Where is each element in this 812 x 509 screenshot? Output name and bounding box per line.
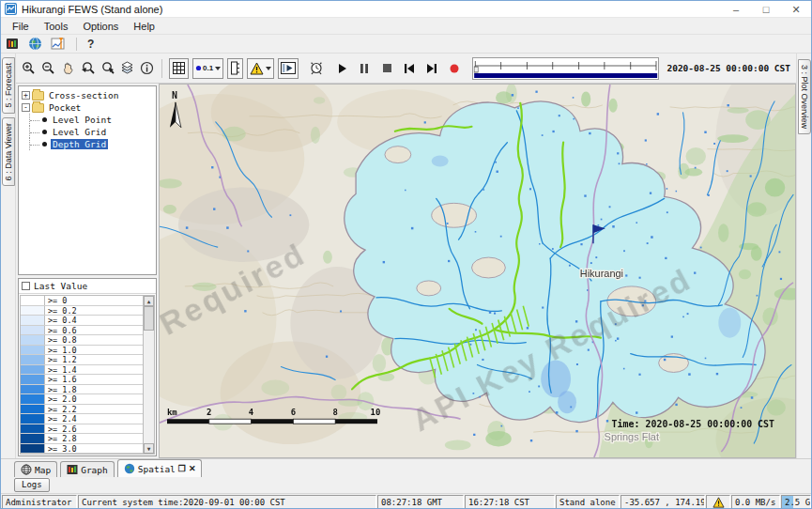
legend-row[interactable]: >= 1.8 bbox=[21, 385, 143, 395]
scroll-up-icon[interactable]: ▲ bbox=[144, 296, 154, 306]
legend-label: >= 1.6 bbox=[45, 375, 77, 384]
layers-icon[interactable] bbox=[118, 59, 136, 78]
scroll-down-icon[interactable]: ▼ bbox=[144, 443, 154, 454]
zoom-previous-icon[interactable] bbox=[79, 59, 97, 78]
legend-row[interactable]: >= 0.8 bbox=[21, 335, 143, 346]
svg-text:km: km bbox=[167, 408, 177, 417]
skip-to-end-button[interactable] bbox=[424, 61, 439, 76]
menu-options[interactable]: Options bbox=[75, 21, 126, 32]
legend-row[interactable]: >= 0.4 bbox=[21, 316, 143, 326]
legend-row[interactable]: >= 0.2 bbox=[21, 306, 143, 316]
legend-row[interactable]: >= 2.2 bbox=[21, 405, 143, 415]
timeseries-chart-icon[interactable] bbox=[51, 37, 66, 51]
legend-swatch bbox=[21, 385, 45, 394]
legend-swatch bbox=[21, 424, 45, 434]
tree-node-cross-section[interactable]: + Cross-section bbox=[22, 89, 156, 101]
legend-row[interactable]: >= 1.2 bbox=[21, 355, 143, 365]
info-icon[interactable] bbox=[138, 59, 156, 78]
pan-hand-icon[interactable] bbox=[59, 59, 77, 78]
legend-row[interactable]: >= 2.0 bbox=[21, 394, 143, 405]
database-icon[interactable] bbox=[6, 37, 20, 51]
menu-file[interactable]: File bbox=[5, 21, 37, 32]
legend-swatch bbox=[21, 414, 45, 424]
grid-display-button[interactable] bbox=[169, 58, 189, 79]
legend-row[interactable]: >= 2.6 bbox=[21, 424, 143, 435]
legend-swatch bbox=[21, 306, 45, 316]
folder-icon bbox=[32, 103, 44, 113]
wireframe-globe-icon bbox=[21, 464, 32, 475]
panel-tab-bar: Map Graph Spatial ❐ ✕ bbox=[1, 458, 811, 477]
legend-row[interactable]: >= 2.8 bbox=[21, 434, 143, 444]
globe-icon[interactable] bbox=[28, 37, 42, 51]
animation-window-button[interactable] bbox=[278, 58, 299, 79]
contour-value: 0.1 bbox=[203, 64, 213, 72]
app-window: Hikurangi FEWS (Stand alone) – □ ✕ File … bbox=[0, 0, 812, 509]
zoom-out-icon[interactable] bbox=[39, 59, 57, 78]
menu-tools[interactable]: Tools bbox=[37, 21, 76, 32]
legend-row[interactable]: >= 0.6 bbox=[21, 326, 143, 336]
svg-text:10: 10 bbox=[371, 408, 381, 417]
tree-node-pocket[interactable]: - Pocket bbox=[22, 101, 156, 114]
status-user: Administrator bbox=[2, 495, 77, 509]
map-toolbar: 0.1 bbox=[16, 54, 796, 84]
status-warning-icon[interactable] bbox=[706, 495, 730, 509]
bullet-icon bbox=[42, 117, 47, 122]
minimize-button[interactable]: – bbox=[721, 1, 751, 17]
close-button[interactable]: ✕ bbox=[781, 1, 811, 17]
legend-row[interactable]: >= 1.6 bbox=[21, 375, 143, 385]
last-value-checkbox[interactable] bbox=[22, 282, 30, 290]
pause-button[interactable] bbox=[357, 61, 372, 76]
profile-ruler-button[interactable] bbox=[227, 58, 243, 79]
time-slider-handle[interactable] bbox=[474, 67, 478, 72]
timer-clock-icon[interactable] bbox=[307, 59, 325, 78]
legend-row[interactable]: >= 3.0 bbox=[21, 444, 143, 455]
toolbar-separator bbox=[161, 59, 162, 78]
status-mode: Stand alone bbox=[556, 495, 620, 509]
expander-icon[interactable]: - bbox=[22, 103, 30, 112]
maximize-button[interactable]: □ bbox=[751, 1, 781, 17]
time-slider[interactable] bbox=[472, 57, 659, 80]
logs-button[interactable]: Logs bbox=[14, 478, 50, 492]
status-bar: Administrator Current system time:2020-0… bbox=[1, 494, 811, 509]
legend-row[interactable]: >= 0 bbox=[21, 296, 143, 306]
map-canvas[interactable]: API Key Required API Key Required Hikura… bbox=[159, 84, 796, 458]
tab-plot-overview[interactable]: 3 : Plot Overview bbox=[798, 59, 811, 134]
tab-spatial[interactable]: Spatial ❐ ✕ bbox=[117, 459, 203, 477]
legend-swatch bbox=[21, 296, 45, 305]
zoom-in-icon[interactable] bbox=[20, 59, 38, 78]
legend-row[interactable]: >= 2.4 bbox=[21, 414, 143, 424]
tab-graph[interactable]: Graph bbox=[60, 461, 115, 477]
tree-node-level-grid[interactable]: Level Grid bbox=[22, 126, 156, 138]
help-button[interactable]: ? bbox=[87, 38, 94, 51]
skip-to-start-button[interactable] bbox=[402, 61, 417, 76]
tree-node-level-point[interactable]: Level Point bbox=[22, 114, 156, 126]
legend-label: >= 2.4 bbox=[45, 414, 77, 424]
main-toolbar: ? bbox=[1, 35, 811, 54]
legend-row[interactable]: >= 1.0 bbox=[21, 346, 143, 356]
expander-icon[interactable]: + bbox=[22, 91, 30, 100]
tab-close-icon[interactable]: ✕ bbox=[189, 464, 196, 473]
legend-label: >= 1.4 bbox=[45, 365, 77, 375]
zoom-next-icon[interactable] bbox=[99, 59, 116, 78]
window-title: Hikurangi FEWS (Stand alone) bbox=[22, 4, 162, 15]
place-label-hikurangi: Hikurangi bbox=[580, 268, 623, 279]
stop-button[interactable] bbox=[379, 61, 394, 76]
tab-data-viewer[interactable]: 6 : Data Viewer bbox=[2, 117, 15, 186]
svg-text:2: 2 bbox=[207, 408, 211, 417]
legend-swatch bbox=[21, 394, 45, 404]
scrollbar-thumb[interactable] bbox=[144, 306, 154, 331]
legend-row[interactable]: >= 1.4 bbox=[21, 365, 143, 376]
left-tab-strip: 5 : Forecast 6 : Data Viewer bbox=[1, 54, 16, 458]
legend-label: >= 2.6 bbox=[45, 424, 77, 434]
tab-map[interactable]: Map bbox=[14, 461, 57, 477]
tab-forecast[interactable]: 5 : Forecast bbox=[2, 57, 15, 114]
legend-swatch bbox=[21, 405, 45, 414]
record-button[interactable] bbox=[447, 61, 462, 76]
play-button[interactable] bbox=[334, 61, 349, 76]
tree-node-depth-grid[interactable]: Depth Grid bbox=[22, 138, 156, 150]
contour-value-dropdown[interactable]: 0.1 bbox=[192, 58, 223, 79]
tab-maximize-icon[interactable]: ❐ bbox=[178, 464, 186, 473]
warning-threshold-dropdown[interactable] bbox=[247, 58, 274, 79]
legend-scrollbar[interactable]: ▲ ▼ bbox=[143, 296, 154, 454]
menu-help[interactable]: Help bbox=[126, 21, 162, 32]
